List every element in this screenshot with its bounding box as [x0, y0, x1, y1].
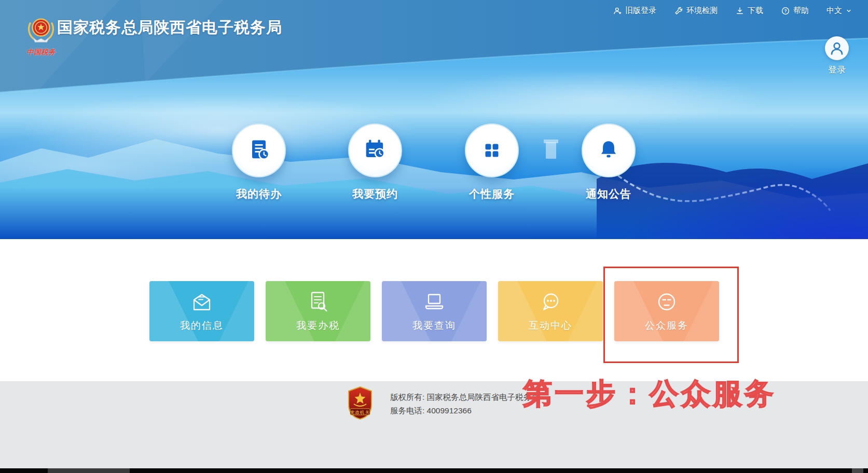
help-icon: ?: [781, 6, 790, 16]
card-query[interactable]: 我要查询: [382, 281, 487, 341]
site-logo[interactable]: 中国税务: [23, 15, 59, 57]
logo-caption: 中国税务: [23, 48, 59, 57]
nav-item-help[interactable]: ? 帮助: [781, 6, 809, 16]
nav-item-language[interactable]: 中文: [826, 6, 852, 16]
card-label: 我要查询: [412, 319, 456, 332]
hotline-text: 服务电话: 4009912366: [390, 404, 540, 418]
shortcut-label: 通知公告: [570, 187, 647, 201]
card-my-info[interactable]: 我的信息: [149, 281, 254, 341]
nav-item-label: 下载: [748, 6, 763, 16]
nav-item-label: 帮助: [793, 6, 809, 16]
shortcut-label: 我的待办: [220, 187, 298, 201]
bottom-bar-segment: [48, 468, 130, 473]
document-search-icon: [306, 290, 330, 314]
calendar-clock-icon: [362, 137, 389, 164]
card-label: 公众服务: [645, 319, 688, 332]
nav-item-label: 环境检测: [686, 6, 718, 16]
bottom-bar-notch: [852, 468, 863, 473]
card-label: 我要办税: [296, 319, 340, 332]
avatar-circle: [825, 36, 849, 60]
smiley-icon: [654, 290, 679, 314]
shortcut-circle: [232, 123, 286, 177]
top-nav: 旧版登录 环境检测 下载 ? 帮助: [613, 6, 852, 16]
tax-emblem-icon: [26, 15, 56, 45]
person-icon: [829, 40, 845, 57]
footer-text: 版权所有: 国家税务总局陕西省电子税务局 服务电话: 4009912366: [390, 391, 540, 418]
shortcut-label: 我要预约: [336, 187, 414, 201]
wrench-icon: [674, 6, 683, 16]
shortcut-my-todo[interactable]: 我的待办: [220, 123, 298, 201]
copyright-text: 版权所有: 国家税务总局陕西省电子税务局: [390, 391, 540, 404]
download-icon: [735, 6, 745, 16]
shortcut-notices[interactable]: 通知公告: [570, 123, 647, 201]
bell-icon: [596, 137, 622, 163]
page-title: 国家税务总局陕西省电子税务局: [57, 17, 282, 38]
chat-bubble-icon: [538, 290, 563, 314]
shortcut-circle: [348, 123, 402, 177]
card-interaction-center[interactable]: 互动中心: [498, 281, 603, 341]
shortcut-appointment[interactable]: 我要预约: [336, 123, 414, 201]
login-button[interactable]: 登录: [821, 36, 853, 76]
login-label: 登录: [821, 64, 853, 76]
svg-text:党政机关: 党政机关: [350, 410, 370, 415]
svg-text:?: ?: [784, 9, 787, 13]
grid-icon: [479, 137, 505, 163]
gov-badge-icon[interactable]: 党政机关: [347, 386, 374, 422]
card-tax-handling[interactable]: 我要办税: [266, 281, 370, 341]
nav-item-download[interactable]: 下载: [735, 6, 763, 16]
laptop-icon: [421, 290, 448, 314]
shortcut-personal-services[interactable]: 个性服务: [453, 123, 531, 201]
person-plus-icon: [613, 6, 622, 16]
chevron-down-icon: [845, 7, 852, 15]
card-label: 互动中心: [529, 319, 572, 332]
annotation-step-text: 第一步：公众服务: [523, 374, 776, 414]
nav-item-env-check[interactable]: 环境检测: [674, 6, 718, 16]
page: 中国税务 国家税务总局陕西省电子税务局 旧版登录 环境检测: [0, 0, 868, 473]
nav-item-label: 旧版登录: [625, 6, 656, 16]
shortcut-circle: [582, 123, 636, 177]
envelope-icon: [188, 290, 215, 314]
bottom-bar: [0, 468, 868, 473]
nav-item-old-version-login[interactable]: 旧版登录: [613, 6, 656, 16]
shortcut-label: 个性服务: [453, 187, 531, 201]
document-clock-icon: [245, 137, 272, 164]
card-public-services[interactable]: 公众服务: [614, 281, 719, 341]
shortcut-circle: [465, 123, 519, 177]
hero-banner: 中国税务 国家税务总局陕西省电子税务局 旧版登录 环境检测: [0, 0, 868, 239]
card-label: 我的信息: [180, 319, 224, 332]
nav-item-label: 中文: [826, 6, 842, 16]
